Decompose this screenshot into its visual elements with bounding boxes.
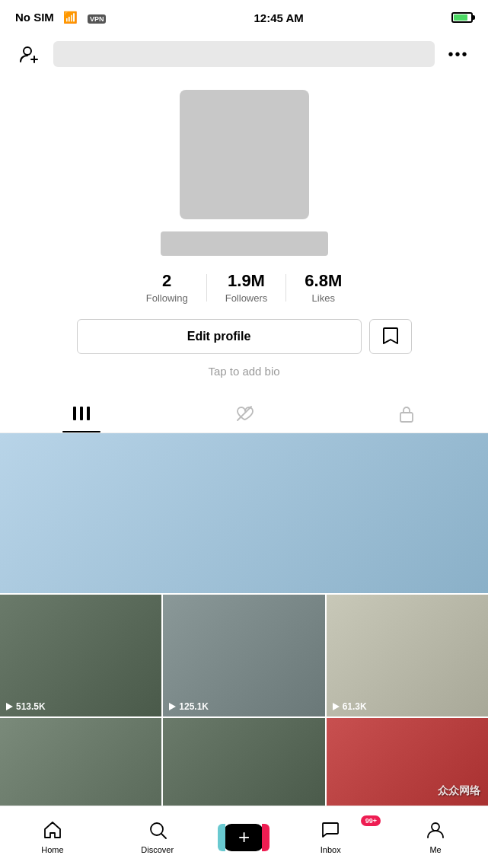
- lock-icon: [397, 404, 416, 423]
- status-bar: No SIM 📶 VPN 12:45 AM: [0, 0, 488, 34]
- svg-rect-5: [87, 407, 90, 420]
- likes-stat[interactable]: 6.8M Likes: [286, 271, 360, 304]
- video-row-2: [0, 718, 488, 809]
- play-icon-1: [6, 703, 13, 710]
- bottom-nav: Home Discover + 99+ Inbox: [0, 806, 488, 868]
- tab-videos[interactable]: [0, 393, 163, 432]
- bookmark-icon: [382, 327, 399, 346]
- svg-rect-7: [400, 413, 413, 422]
- tab-private[interactable]: [325, 393, 488, 432]
- followers-label: Followers: [225, 292, 268, 304]
- stats-row: 2 Following 1.9M Followers 6.8M Likes: [15, 271, 473, 304]
- video-thumb-5[interactable]: [163, 718, 324, 809]
- me-label: Me: [429, 845, 441, 854]
- svg-point-0: [24, 47, 31, 55]
- svg-point-10: [432, 823, 439, 831]
- tabs-row: [0, 393, 488, 433]
- time-display: 12:45 AM: [254, 11, 304, 24]
- create-button[interactable]: +: [224, 824, 263, 851]
- video-row-1: 513.5K 125.1K 61.3K: [0, 595, 488, 716]
- bio-placeholder[interactable]: Tap to add bio: [208, 365, 279, 378]
- discover-label: Discover: [141, 845, 174, 854]
- video-thumb-4[interactable]: [0, 718, 161, 809]
- vpn-badge: VPN: [88, 14, 107, 24]
- bookmark-button[interactable]: [369, 319, 412, 354]
- video-grid: 513.5K 125.1K 61.3K: [0, 433, 488, 809]
- nav-home[interactable]: Home: [14, 820, 91, 854]
- svg-line-9: [161, 834, 166, 838]
- liked-icon: [234, 404, 254, 423]
- add-user-icon: [19, 43, 40, 65]
- video-thumb-1[interactable]: 513.5K: [0, 595, 161, 716]
- tab-liked[interactable]: [163, 393, 326, 432]
- video-count-1: 513.5K: [6, 701, 46, 712]
- profile-section: 2 Following 1.9M Followers 6.8M Likes Ed…: [0, 78, 488, 393]
- wifi-icon: 📶: [63, 11, 78, 24]
- action-row: Edit profile: [69, 319, 419, 354]
- video-count-2: 125.1K: [169, 701, 209, 712]
- plus-icon: +: [238, 825, 250, 849]
- battery-icon: [451, 12, 473, 23]
- likes-count: 6.8M: [305, 271, 342, 291]
- following-stat[interactable]: 2 Following: [128, 271, 206, 304]
- nav-discover[interactable]: Discover: [120, 820, 196, 854]
- battery-area: [451, 12, 473, 23]
- me-icon: [426, 820, 445, 843]
- play-icon-3: [333, 703, 340, 710]
- grid-icon: [72, 404, 91, 423]
- video-count-3: 61.3K: [333, 701, 367, 712]
- inbox-badge: 99+: [361, 815, 381, 826]
- video-thumb-2[interactable]: 125.1K: [163, 595, 324, 716]
- video-thumb-3[interactable]: 61.3K: [327, 595, 488, 716]
- more-options-button[interactable]: •••: [444, 40, 473, 69]
- edit-profile-button[interactable]: Edit profile: [77, 319, 362, 354]
- watermark: 众众网络: [438, 784, 480, 798]
- svg-rect-4: [80, 407, 83, 420]
- home-icon: [43, 820, 62, 843]
- play-icon-2: [169, 703, 176, 710]
- svg-rect-3: [73, 407, 76, 420]
- add-user-button[interactable]: [15, 40, 44, 69]
- carrier-text: No SIM 📶 VPN: [15, 11, 106, 24]
- nav-me[interactable]: Me: [397, 820, 474, 854]
- home-label: Home: [41, 845, 63, 854]
- nav-create[interactable]: +: [224, 824, 263, 851]
- avatar: [180, 90, 309, 219]
- username-bar: [53, 41, 435, 67]
- username-display: [161, 231, 328, 256]
- profile-header: •••: [0, 34, 488, 78]
- nav-inbox[interactable]: 99+ Inbox: [292, 820, 368, 854]
- followers-count: 1.9M: [228, 271, 265, 291]
- inbox-label: Inbox: [321, 845, 341, 854]
- followers-stat[interactable]: 1.9M Followers: [207, 271, 286, 304]
- likes-label: Likes: [312, 292, 335, 304]
- following-label: Following: [146, 292, 188, 304]
- inbox-icon: [321, 820, 340, 843]
- following-count: 2: [162, 271, 171, 291]
- discover-icon: [148, 820, 167, 843]
- featured-video[interactable]: [0, 433, 488, 593]
